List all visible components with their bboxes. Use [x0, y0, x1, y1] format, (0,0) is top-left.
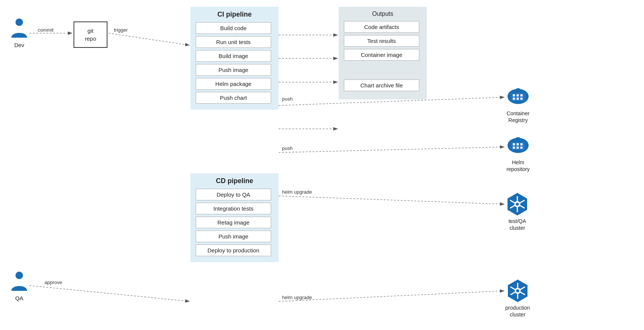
arrows-overlay [0, 0, 644, 330]
helm-repo-icon [506, 135, 530, 157]
ci-pipeline-panel: CI pipeline Build code Run unit tests Bu… [190, 7, 279, 110]
deploy-prod-arrow [279, 291, 504, 301]
svg-rect-18 [513, 98, 515, 100]
cd-step-deploy-qa: Deploy to QA [196, 189, 271, 200]
svg-rect-28 [517, 143, 519, 145]
git-repo-label: gitrepo [85, 27, 96, 43]
container-registry-group: ContainerRegistry [506, 86, 530, 124]
ci-step-helm-package: Helm package [196, 78, 271, 90]
prod-cluster-group: productioncluster [505, 279, 530, 318]
push-ci-label: push [282, 96, 293, 102]
ci-step-push-chart: Push chart [196, 92, 271, 104]
git-repo-box: gitrepo [74, 21, 107, 48]
svg-rect-32 [520, 147, 523, 149]
deploy-qa-arrow [279, 196, 504, 204]
ci-step-push-image: Push image [196, 64, 271, 76]
output-code-artifacts: Code artifacts [344, 21, 419, 33]
cd-step-push-image: Push image [196, 231, 271, 242]
ci-step-run-unit-tests: Run unit tests [196, 36, 271, 48]
svg-rect-29 [520, 143, 523, 145]
helm-upgrade-qa-label: helm upgrade [282, 189, 312, 195]
push-chart-arrow [279, 147, 504, 153]
qa-label: QA [15, 295, 23, 301]
svg-rect-27 [513, 143, 515, 145]
cd-step-deploy-production: Deploy to production [196, 244, 271, 256]
svg-rect-15 [513, 94, 515, 96]
svg-rect-19 [517, 98, 519, 100]
outputs-panel: Outputs Code artifacts Test results Cont… [339, 7, 427, 99]
prod-cluster-icon [506, 279, 530, 303]
svg-rect-20 [520, 98, 523, 100]
helm-repo-label: Helmrepository [506, 159, 529, 173]
svg-point-1 [15, 272, 23, 279]
cd-step-integration-tests: Integration tests [196, 203, 271, 214]
trigger-arrow [109, 33, 190, 45]
diagram: Dev QA gitrepo CI pipeline Build code Ru… [0, 0, 644, 330]
svg-rect-17 [520, 94, 523, 96]
cd-pipeline-panel: CD pipeline Deploy to QA Integration tes… [190, 173, 279, 262]
qa-cluster-label: test/QAcluster [509, 218, 526, 231]
cd-pipeline-title: CD pipeline [196, 177, 273, 185]
trigger-label: trigger [114, 27, 128, 33]
ci-step-build-code: Build code [196, 22, 271, 34]
container-registry-label: ContainerRegistry [507, 110, 530, 124]
svg-rect-16 [517, 94, 519, 96]
qa-cluster-icon [505, 192, 529, 216]
ci-pipeline-title: CI pipeline [196, 11, 273, 18]
svg-rect-31 [517, 147, 519, 149]
prod-cluster-label: productioncluster [505, 304, 530, 318]
qa-person: QA [11, 271, 28, 301]
container-registry-icon [506, 86, 530, 108]
commit-label: commit [38, 27, 54, 33]
svg-point-35 [516, 203, 519, 206]
approve-arrow [29, 286, 190, 301]
dev-icon [11, 18, 28, 40]
output-test-results: Test results [344, 35, 419, 47]
cd-step-retag-image: Retag image [196, 217, 271, 228]
qa-icon [11, 271, 28, 293]
svg-point-0 [15, 18, 23, 26]
output-chart-archive: Chart archive file [344, 79, 419, 91]
outputs-title: Outputs [344, 11, 422, 17]
svg-rect-30 [513, 147, 515, 149]
dev-label: Dev [14, 42, 25, 48]
svg-point-44 [516, 289, 519, 292]
qa-cluster-group: test/QAcluster [505, 192, 529, 231]
push-chart-label: push [282, 145, 293, 151]
ci-step-build-image: Build image [196, 50, 271, 62]
helm-repo-group: Helmrepository [506, 135, 530, 173]
approve-label: approve [44, 280, 62, 285]
dev-person: Dev [11, 18, 28, 48]
helm-upgrade-prod-label: helm upgrade [282, 295, 312, 300]
output-container-image: Container image [344, 49, 419, 61]
